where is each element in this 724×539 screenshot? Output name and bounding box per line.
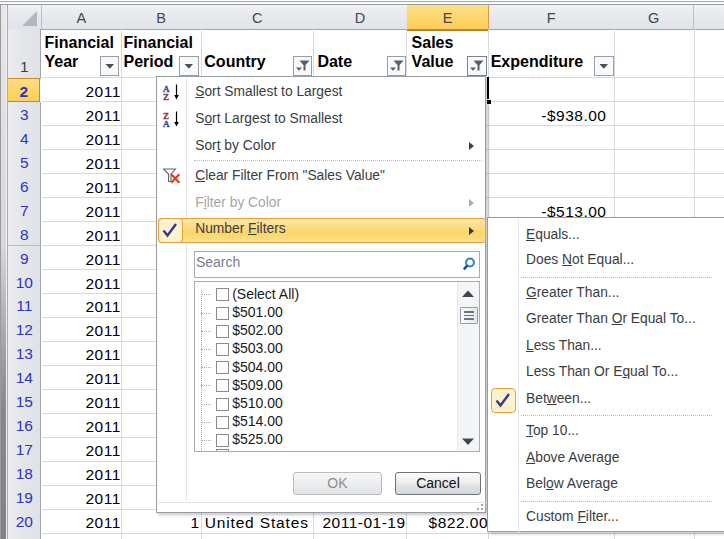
- svg-text:Z: Z: [163, 92, 169, 102]
- svg-text:A: A: [163, 119, 170, 129]
